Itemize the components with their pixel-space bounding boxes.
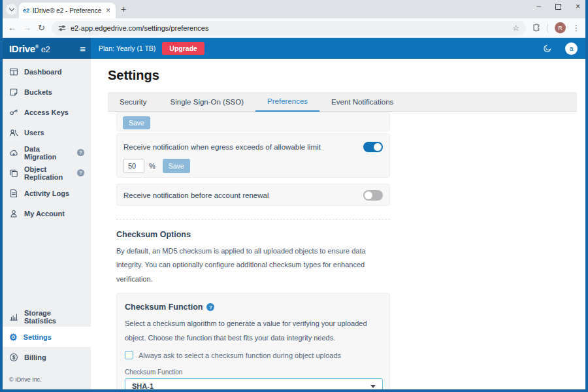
app-header-main: Plan: Yearly (1 TB) Upgrade a [91, 38, 585, 59]
favicon: e2 [23, 7, 29, 14]
egress-label: Receive notification when egress exceeds… [123, 143, 321, 151]
checksum-select-label: Checksum Function [125, 368, 382, 376]
back-icon[interactable]: ← [8, 23, 16, 33]
browser-tab[interactable]: e2 IDrive® e2 - Preferences × [19, 3, 116, 18]
renewal-notification-card: Receive notification before account rene… [116, 184, 390, 206]
sidebar-item-storage-statistics[interactable]: Storage Statistics [3, 306, 91, 327]
sidebar-item-object-replication[interactable]: Object Replication ? [3, 163, 91, 183]
dashboard-icon [9, 67, 18, 76]
toolbar-divider [547, 24, 548, 33]
checksum-function-card: Checksum Function ? Select a checksum al… [116, 293, 390, 389]
chevron-down-icon [370, 385, 376, 388]
key-icon [9, 108, 18, 117]
idrive-e2-logo: IDrive® e2 [9, 43, 50, 54]
tab-sso[interactable]: Single Sign-On (SSO) [159, 92, 256, 112]
checksum-options-title: Checksum Options [116, 230, 390, 239]
dark-mode-icon[interactable] [543, 44, 552, 53]
egress-toggle[interactable] [363, 142, 383, 152]
tab-event-notifications[interactable]: Event Notifications [319, 92, 405, 112]
save-button-top[interactable]: Save [123, 116, 150, 129]
renewal-toggle[interactable] [363, 190, 383, 201]
browser-tabstrip: e2 IDrive® e2 - Preferences × + – × [3, 0, 585, 18]
browser-profile-avatar[interactable]: R [555, 22, 566, 33]
sidebar-item-access-keys[interactable]: Access Keys [3, 102, 91, 122]
clipped-card: Save [116, 112, 390, 131]
gear-icon: ⚙ [9, 333, 18, 342]
site-settings-icon[interactable] [58, 24, 66, 32]
sidebar-item-activity-logs[interactable]: Activity Logs [3, 183, 91, 203]
checksum-function-select[interactable]: SHA-1 [125, 378, 383, 389]
egress-percent-input[interactable] [123, 159, 144, 173]
tab-search-icon[interactable] [6, 4, 17, 15]
new-tab-button[interactable]: + [121, 4, 126, 14]
tab-preferences[interactable]: Preferences [255, 92, 319, 112]
main-content: Settings Security Single Sign-On (SSO) P… [91, 59, 585, 389]
logo-area: IDrive® e2 ≡ [3, 38, 91, 59]
hamburger-menu-icon[interactable]: ≡ [80, 44, 86, 54]
cloud-icon [9, 148, 18, 157]
info-icon[interactable]: ? [206, 303, 214, 311]
tab-close-icon[interactable]: × [105, 6, 112, 15]
copy-icon [9, 169, 18, 178]
browser-menu-icon[interactable]: ⋮ [572, 24, 580, 33]
percent-label: % [149, 162, 155, 170]
tab-security[interactable]: Security [108, 92, 159, 112]
extensions-icon[interactable] [532, 24, 541, 32]
save-button-egress[interactable]: Save [163, 159, 190, 173]
page-title: Settings [108, 68, 585, 83]
browser-window: e2 IDrive® e2 - Preferences × + – × ← → … [0, 0, 588, 392]
sidebar-item-settings[interactable]: ⚙ Settings [3, 327, 91, 347]
section-divider [116, 219, 390, 220]
selected-checksum-value: SHA-1 [132, 382, 154, 389]
bookmark-icon[interactable]: ☆ [512, 24, 519, 33]
bucket-icon [9, 88, 18, 97]
document-icon [9, 189, 18, 198]
bar-chart-icon [9, 312, 18, 321]
renewal-label: Receive notification before account rene… [123, 191, 269, 199]
account-avatar[interactable]: a [565, 42, 578, 55]
app-header: IDrive® e2 ≡ Plan: Yearly (1 TB) Upgrade… [3, 38, 585, 59]
sidebar-item-data-migration[interactable]: Data Migration ? [3, 142, 91, 163]
checksum-function-description: Select a checksum algorithm to generate … [125, 317, 382, 345]
window-maximize-button[interactable] [555, 4, 561, 10]
dollar-icon [9, 353, 18, 362]
person-icon [9, 209, 18, 218]
checksum-function-title: Checksum Function ? [125, 302, 382, 312]
reload-icon[interactable]: ↻ [38, 23, 45, 33]
sidebar-item-billing[interactable]: Billing [3, 347, 91, 367]
users-icon [9, 128, 18, 137]
settings-tabbar: Security Single Sign-On (SSO) Preference… [108, 92, 577, 112]
help-icon[interactable]: ? [77, 149, 84, 156]
forward-icon[interactable]: → [23, 23, 31, 33]
browser-toolbar: ← → ↻ e2-app.edgedrive.com/settings/pref… [3, 18, 585, 38]
url-bar[interactable]: e2-app.edgedrive.com/settings/preference… [52, 21, 526, 35]
upgrade-button[interactable]: Upgrade [162, 42, 204, 55]
copyright-text: © IDrive Inc. [3, 367, 91, 389]
sidebar-item-buckets[interactable]: Buckets [3, 82, 91, 102]
window-minimize-button[interactable]: – [536, 3, 541, 10]
always-ask-label: Always ask to select a checksum function… [139, 351, 341, 359]
window-close-button[interactable]: × [576, 3, 580, 10]
sidebar-item-users[interactable]: Users [3, 122, 91, 142]
sidebar-item-my-account[interactable]: My Account [3, 203, 91, 223]
url-text[interactable]: e2-app.edgedrive.com/settings/preference… [71, 24, 508, 32]
egress-notification-card: Receive notification when egress exceeds… [116, 133, 390, 178]
plan-label: Plan: Yearly (1 TB) [99, 44, 155, 52]
checksum-options-description: By default, an MD5 checksum is applied t… [116, 244, 390, 286]
help-icon[interactable]: ? [77, 169, 84, 176]
always-ask-checkbox[interactable] [125, 351, 133, 359]
tab-title: IDrive® e2 - Preferences [33, 7, 101, 14]
sidebar-item-dashboard[interactable]: Dashboard [3, 61, 91, 82]
sidebar: Dashboard Buckets Access Keys Users Data… [3, 59, 91, 389]
